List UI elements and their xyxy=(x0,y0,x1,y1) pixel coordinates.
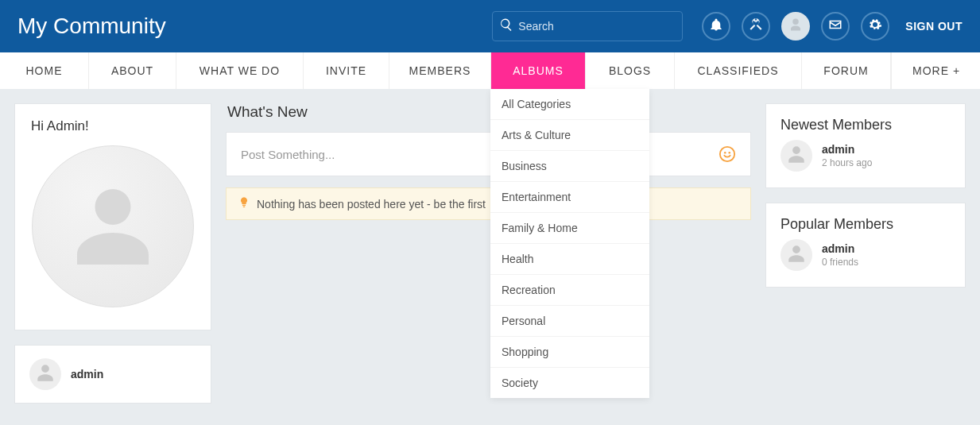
tools-icon xyxy=(749,17,763,35)
current-user-card[interactable]: admin xyxy=(14,345,211,404)
member-subtext: 2 hours ago xyxy=(822,157,872,168)
user-icon xyxy=(786,243,807,267)
search-box[interactable] xyxy=(492,11,683,41)
user-icon xyxy=(786,144,807,168)
emoji-icon[interactable] xyxy=(719,145,736,163)
member-row[interactable]: admin 0 friends xyxy=(781,233,951,274)
nav-forum[interactable]: FORUM xyxy=(802,52,891,89)
nav-home[interactable]: HOME xyxy=(0,52,89,89)
lightbulb-icon xyxy=(238,196,250,211)
dropdown-item-business[interactable]: Business xyxy=(490,151,649,182)
dropdown-item-recreation[interactable]: Recreation xyxy=(490,275,649,306)
search-icon xyxy=(499,17,513,35)
gear-icon xyxy=(868,17,882,35)
greeting-text: Hi Admin! xyxy=(29,118,196,134)
newest-members-title: Newest Members xyxy=(781,117,951,133)
empty-feed-text: Nothing has been posted here yet - be th… xyxy=(257,198,486,211)
envelope-icon xyxy=(828,17,842,35)
signout-link[interactable]: SIGN OUT xyxy=(905,20,963,33)
dropdown-item-all-categories[interactable]: All Categories xyxy=(490,89,649,120)
member-name: admin xyxy=(822,242,858,255)
nav-blogs[interactable]: BLOGS xyxy=(586,52,675,89)
svg-point-1 xyxy=(724,152,726,154)
nav-about[interactable]: ABOUT xyxy=(89,52,176,89)
svg-point-2 xyxy=(728,152,730,154)
empty-feed-notice: Nothing has been posted here yet - be th… xyxy=(226,187,751,220)
post-composer[interactable]: Post Something... xyxy=(226,132,751,176)
profile-avatar-button[interactable] xyxy=(781,12,810,41)
albums-dropdown: All Categories Arts & Culture Business E… xyxy=(490,89,649,398)
user-icon xyxy=(35,362,56,386)
newest-members-card: Newest Members admin 2 hours ago xyxy=(765,103,966,188)
bell-icon xyxy=(709,17,723,35)
member-name: admin xyxy=(822,143,872,156)
dropdown-item-entertainment[interactable]: Entertainment xyxy=(490,182,649,213)
nav-classifieds[interactable]: CLASSIFIEDS xyxy=(675,52,802,89)
member-avatar xyxy=(781,140,812,172)
user-icon xyxy=(788,17,803,35)
nav-invite[interactable]: INVITE xyxy=(304,52,389,89)
dropdown-item-society[interactable]: Society xyxy=(490,368,649,398)
nav-what-we-do[interactable]: WHAT WE DO xyxy=(176,52,304,89)
tools-button[interactable] xyxy=(742,12,770,41)
dropdown-item-family-home[interactable]: Family & Home xyxy=(490,213,649,244)
member-row[interactable]: admin 2 hours ago xyxy=(781,133,951,175)
popular-members-card: Popular Members admin 0 friends xyxy=(765,203,966,288)
nav-albums[interactable]: ALBUMS xyxy=(491,52,586,89)
greeting-card: Hi Admin! xyxy=(14,103,211,330)
site-title[interactable]: My Community xyxy=(17,14,492,39)
notifications-button[interactable] xyxy=(702,12,730,41)
user-silhouette-icon xyxy=(65,177,161,276)
member-subtext: 0 friends xyxy=(822,257,858,268)
whats-new-title: What's New xyxy=(226,103,751,121)
svg-point-0 xyxy=(720,147,734,161)
dropdown-item-arts-culture[interactable]: Arts & Culture xyxy=(490,120,649,151)
nav-more[interactable]: MORE + xyxy=(891,52,980,89)
small-avatar xyxy=(29,358,61,390)
username-label: admin xyxy=(71,368,103,381)
profile-large-avatar[interactable] xyxy=(32,145,194,307)
messages-button[interactable] xyxy=(821,12,850,41)
dropdown-item-health[interactable]: Health xyxy=(490,244,649,275)
dropdown-item-shopping[interactable]: Shopping xyxy=(490,337,649,368)
settings-button[interactable] xyxy=(861,12,889,41)
nav-members[interactable]: MEMBERS xyxy=(389,52,491,89)
popular-members-title: Popular Members xyxy=(781,216,951,233)
dropdown-item-personal[interactable]: Personal xyxy=(490,306,649,337)
search-input[interactable] xyxy=(518,20,676,33)
member-avatar xyxy=(781,239,812,271)
